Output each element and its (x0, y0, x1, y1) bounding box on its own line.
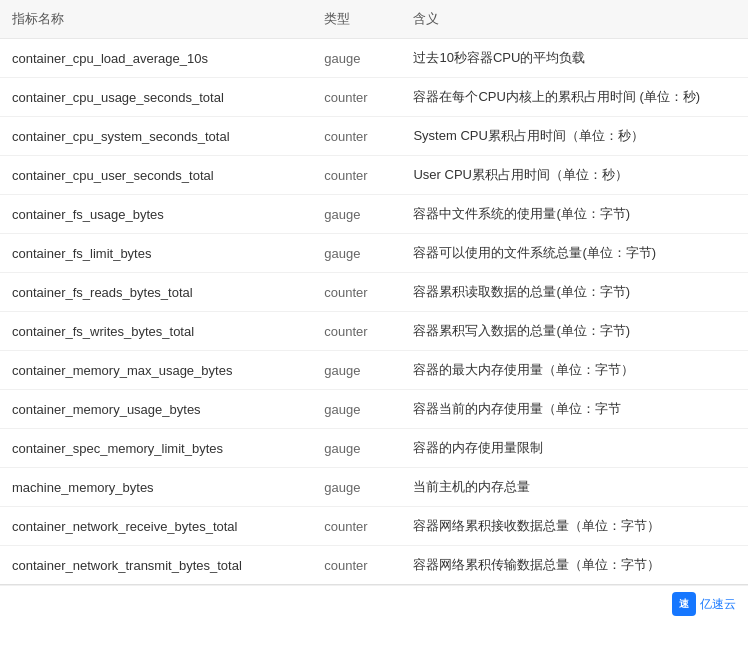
table-row: container_spec_memory_limit_bytesgauge容器… (0, 429, 748, 468)
metric-desc: 容器累积写入数据的总量(单位：字节) (401, 312, 748, 351)
table-row: container_network_receive_bytes_totalcou… (0, 507, 748, 546)
metric-name: container_network_transmit_bytes_total (0, 546, 312, 585)
metric-name: machine_memory_bytes (0, 468, 312, 507)
metric-type: counter (312, 507, 401, 546)
metric-desc: 容器的内存使用量限制 (401, 429, 748, 468)
metric-desc: 容器网络累积传输数据总量（单位：字节） (401, 546, 748, 585)
metric-name: container_cpu_usage_seconds_total (0, 78, 312, 117)
metric-type: gauge (312, 351, 401, 390)
metric-type: gauge (312, 39, 401, 78)
metrics-table: 指标名称 类型 含义 container_cpu_load_average_10… (0, 0, 748, 585)
metric-name: container_cpu_user_seconds_total (0, 156, 312, 195)
metric-name: container_cpu_load_average_10s (0, 39, 312, 78)
metric-type: counter (312, 78, 401, 117)
metric-name: container_memory_usage_bytes (0, 390, 312, 429)
metric-name: container_fs_writes_bytes_total (0, 312, 312, 351)
table-row: container_cpu_system_seconds_totalcounte… (0, 117, 748, 156)
metric-name: container_spec_memory_limit_bytes (0, 429, 312, 468)
metric-type: gauge (312, 195, 401, 234)
metric-type: counter (312, 312, 401, 351)
metric-desc: User CPU累积占用时间（单位：秒） (401, 156, 748, 195)
metric-desc: 容器的最大内存使用量（单位：字节） (401, 351, 748, 390)
table-row: container_cpu_user_seconds_totalcounterU… (0, 156, 748, 195)
metric-desc: 容器当前的内存使用量（单位：字节 (401, 390, 748, 429)
metric-name: container_fs_usage_bytes (0, 195, 312, 234)
metric-desc: 容器在每个CPU内核上的累积占用时间 (单位：秒) (401, 78, 748, 117)
metric-name: container_cpu_system_seconds_total (0, 117, 312, 156)
metrics-table-container: 指标名称 类型 含义 container_cpu_load_average_10… (0, 0, 748, 622)
metric-name: container_memory_max_usage_bytes (0, 351, 312, 390)
brand-logo-icon: 速 (672, 592, 696, 616)
col-header-type: 类型 (312, 0, 401, 39)
table-row: container_fs_limit_bytesgauge容器可以使用的文件系统… (0, 234, 748, 273)
metric-name: container_network_receive_bytes_total (0, 507, 312, 546)
metric-type: counter (312, 156, 401, 195)
col-header-desc: 含义 (401, 0, 748, 39)
metric-desc: 容器可以使用的文件系统总量(单位：字节) (401, 234, 748, 273)
brand-logo-text: 速 (679, 597, 689, 611)
brand-footer: 速 亿速云 (0, 585, 748, 622)
metric-desc: 过去10秒容器CPU的平均负载 (401, 39, 748, 78)
table-row: machine_memory_bytesgauge当前主机的内存总量 (0, 468, 748, 507)
metric-type: counter (312, 546, 401, 585)
table-row: container_network_transmit_bytes_totalco… (0, 546, 748, 585)
metric-desc: 容器网络累积接收数据总量（单位：字节） (401, 507, 748, 546)
metric-desc: 容器累积读取数据的总量(单位：字节) (401, 273, 748, 312)
metric-type: gauge (312, 429, 401, 468)
metric-type: gauge (312, 234, 401, 273)
table-row: container_fs_usage_bytesgauge容器中文件系统的使用量… (0, 195, 748, 234)
metric-name: container_fs_limit_bytes (0, 234, 312, 273)
metric-desc: System CPU累积占用时间（单位：秒） (401, 117, 748, 156)
table-row: container_cpu_usage_seconds_totalcounter… (0, 78, 748, 117)
metric-desc: 容器中文件系统的使用量(单位：字节) (401, 195, 748, 234)
metric-type: gauge (312, 390, 401, 429)
metric-type: gauge (312, 468, 401, 507)
table-header-row: 指标名称 类型 含义 (0, 0, 748, 39)
brand-name: 亿速云 (700, 596, 736, 613)
table-row: container_cpu_load_average_10sgauge过去10秒… (0, 39, 748, 78)
metric-name: container_fs_reads_bytes_total (0, 273, 312, 312)
col-header-name: 指标名称 (0, 0, 312, 39)
table-row: container_memory_max_usage_bytesgauge容器的… (0, 351, 748, 390)
metric-type: counter (312, 273, 401, 312)
metric-type: counter (312, 117, 401, 156)
table-row: container_fs_reads_bytes_totalcounter容器累… (0, 273, 748, 312)
metric-desc: 当前主机的内存总量 (401, 468, 748, 507)
table-row: container_memory_usage_bytesgauge容器当前的内存… (0, 390, 748, 429)
table-row: container_fs_writes_bytes_totalcounter容器… (0, 312, 748, 351)
